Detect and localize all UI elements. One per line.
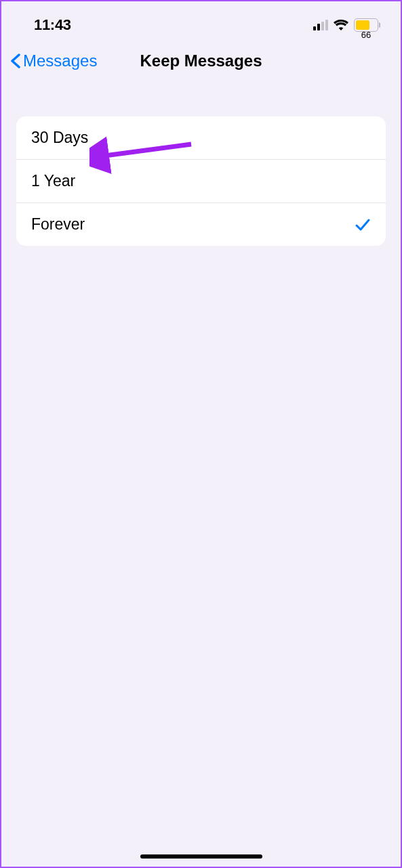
chevron-left-icon — [9, 53, 20, 69]
checkmark-icon — [355, 217, 371, 232]
cellular-icon — [313, 20, 328, 30]
options-list: 30 Days 1 Year Forever — [16, 116, 386, 246]
back-label: Messages — [23, 51, 97, 70]
status-time: 11:43 — [34, 16, 71, 34]
option-label: 1 Year — [31, 172, 75, 190]
option-30-days[interactable]: 30 Days — [16, 116, 386, 160]
navigation-bar: Messages Keep Messages — [1, 42, 401, 83]
option-label: Forever — [31, 215, 85, 234]
option-forever[interactable]: Forever — [16, 203, 386, 246]
battery-icon: 66 — [354, 18, 380, 32]
back-button[interactable]: Messages — [9, 51, 97, 70]
battery-level: 66 — [355, 30, 378, 40]
status-bar: 11:43 66 — [1, 1, 401, 42]
page-title: Keep Messages — [140, 51, 262, 70]
option-1-year[interactable]: 1 Year — [16, 160, 386, 203]
home-indicator[interactable] — [140, 854, 262, 859]
wifi-icon — [334, 20, 348, 30]
status-indicators: 66 — [313, 18, 380, 32]
option-label: 30 Days — [31, 129, 88, 147]
